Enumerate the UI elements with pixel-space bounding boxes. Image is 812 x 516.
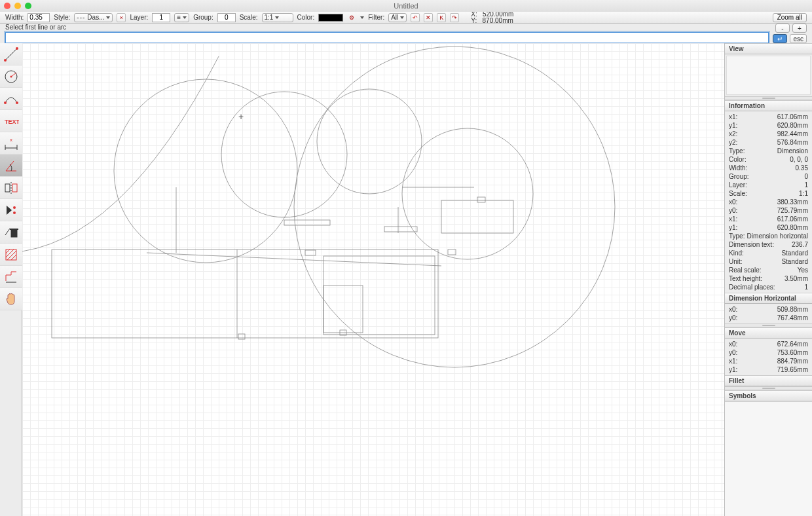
svg-rect-20 bbox=[11, 229, 17, 237]
svg-line-24 bbox=[6, 249, 14, 257]
color-swatch[interactable] bbox=[318, 14, 343, 22]
canvas[interactable]: + bbox=[22, 43, 724, 516]
info-row: x2:982.44mm bbox=[728, 130, 809, 138]
svg-text:TEXT: TEXT bbox=[5, 119, 19, 125]
info-row: Type:Dimension bbox=[728, 147, 809, 155]
delete-tool[interactable] bbox=[0, 221, 22, 244]
arc-tool[interactable] bbox=[0, 65, 22, 88]
undo-button[interactable]: ↶ bbox=[411, 13, 420, 22]
fillet-panel-header[interactable]: Fillet bbox=[725, 375, 812, 386]
svg-rect-43 bbox=[477, 197, 485, 202]
chevron-down-icon bbox=[275, 16, 279, 19]
svg-rect-35 bbox=[323, 286, 363, 333]
info-row: Unit:Standard bbox=[728, 257, 809, 266]
dimension-tool[interactable]: x bbox=[0, 132, 22, 155]
symbols-area[interactable] bbox=[725, 401, 812, 516]
svg-rect-34 bbox=[323, 256, 435, 335]
info-row: Decimal places:1 bbox=[728, 283, 809, 291]
info-row: Real scale:Yes bbox=[728, 266, 809, 274]
mirror-tool[interactable] bbox=[0, 177, 22, 199]
info-row: Group:0 bbox=[728, 172, 809, 181]
move-panel-header[interactable]: Move bbox=[725, 327, 812, 339]
cursor-crosshair-icon: + bbox=[238, 111, 244, 122]
symbols-panel-header[interactable]: Symbols bbox=[725, 390, 812, 401]
svg-point-5 bbox=[10, 75, 12, 77]
view-panel-header[interactable]: View bbox=[725, 43, 812, 54]
layer-input[interactable] bbox=[152, 13, 170, 22]
view-thumbnail[interactable] bbox=[726, 56, 811, 95]
scale-select[interactable]: 1:1 bbox=[262, 13, 293, 22]
svg-rect-22 bbox=[6, 249, 16, 260]
svg-point-1 bbox=[4, 59, 7, 62]
info-row: x1:617.06mm bbox=[728, 113, 809, 121]
dimension-horizontal-header[interactable]: Dimension Horizontal bbox=[725, 293, 812, 304]
curve-tool[interactable] bbox=[0, 88, 22, 110]
side-panel: View Information x1:617.06mmy1:620.80mmx… bbox=[724, 43, 812, 516]
redo-button[interactable]: ↷ bbox=[450, 13, 459, 22]
esc-button[interactable]: esc bbox=[790, 34, 807, 43]
move-list: x0:672.64mmy0:753.60mmx1:884.79mmy1:719.… bbox=[725, 339, 812, 375]
clear-style-button[interactable]: × bbox=[117, 13, 126, 22]
toolbox: TEXT x bbox=[0, 43, 22, 516]
svg-rect-46 bbox=[448, 249, 456, 255]
filter-label: Filter: bbox=[368, 14, 384, 21]
style-select[interactable]: ---Das... bbox=[74, 13, 113, 22]
info-row: y1:620.80mm bbox=[728, 223, 809, 232]
window-title: Untitled bbox=[0, 2, 812, 10]
info-row: y0:753.60mm bbox=[728, 348, 809, 357]
svg-line-14 bbox=[6, 161, 14, 171]
group-input[interactable] bbox=[217, 13, 236, 22]
chevron-down-icon[interactable] bbox=[360, 16, 364, 19]
layer-visibility-select[interactable]: ≡ bbox=[174, 13, 189, 22]
chevron-down-icon bbox=[400, 16, 404, 19]
chevron-down-icon bbox=[106, 16, 110, 19]
svg-point-29 bbox=[221, 92, 347, 217]
gear-icon[interactable]: ⚙ bbox=[347, 13, 356, 22]
cut-button[interactable]: K bbox=[437, 13, 446, 22]
info-row: x0:509.88mm bbox=[728, 305, 809, 314]
svg-rect-16 bbox=[12, 184, 17, 192]
svg-point-18 bbox=[13, 206, 16, 209]
text-tool[interactable]: TEXT bbox=[0, 110, 22, 132]
prompt-bar: Select first line or arc - + ↵ esc bbox=[0, 24, 812, 43]
svg-rect-47 bbox=[238, 334, 245, 339]
svg-point-2 bbox=[16, 47, 18, 50]
dimension-angle-tool[interactable] bbox=[0, 155, 22, 177]
svg-rect-39 bbox=[284, 220, 330, 225]
svg-point-7 bbox=[16, 101, 18, 104]
svg-line-23 bbox=[6, 249, 10, 253]
confirm-button[interactable]: ↵ bbox=[773, 34, 787, 43]
width-input[interactable] bbox=[28, 13, 50, 22]
svg-line-38 bbox=[147, 253, 441, 266]
info-row: Dimension text:236.7 bbox=[728, 240, 809, 249]
info-row: Color:0, 0, 0 bbox=[728, 155, 809, 164]
zoom-all-button[interactable]: Zoom all bbox=[773, 13, 807, 22]
filter-select[interactable]: All bbox=[388, 13, 407, 22]
chevron-down-icon bbox=[183, 16, 187, 19]
command-input[interactable] bbox=[5, 32, 769, 43]
zoom-out-button[interactable]: - bbox=[775, 24, 790, 33]
line-tool[interactable] bbox=[0, 43, 22, 65]
svg-rect-15 bbox=[5, 184, 10, 192]
info-row: y0:725.79mm bbox=[728, 206, 809, 215]
scale-label: Scale: bbox=[240, 14, 258, 21]
info-row: y1:719.65mm bbox=[728, 365, 809, 374]
prompt-text: Select first line or arc bbox=[5, 24, 769, 31]
info-row: Type:Dimension horizontal bbox=[728, 232, 809, 240]
svg-line-25 bbox=[7, 251, 16, 260]
info-row: y0:767.48mm bbox=[728, 314, 809, 322]
information-panel-header[interactable]: Information bbox=[725, 100, 812, 111]
trim-tool[interactable] bbox=[0, 266, 22, 288]
pan-tool[interactable] bbox=[0, 288, 22, 310]
zoom-in-button[interactable]: + bbox=[792, 24, 807, 33]
hatch-tool[interactable] bbox=[0, 244, 22, 266]
edit-tool[interactable] bbox=[0, 199, 22, 221]
svg-line-0 bbox=[5, 48, 17, 60]
info-row: y1:620.80mm bbox=[728, 121, 809, 130]
svg-point-30 bbox=[317, 89, 422, 194]
svg-rect-33 bbox=[52, 249, 438, 338]
svg-point-6 bbox=[4, 101, 7, 104]
titlebar: Untitled bbox=[0, 0, 812, 12]
cancel-button[interactable]: ✕ bbox=[424, 13, 433, 22]
info-row: x1:617.06mm bbox=[728, 215, 809, 223]
